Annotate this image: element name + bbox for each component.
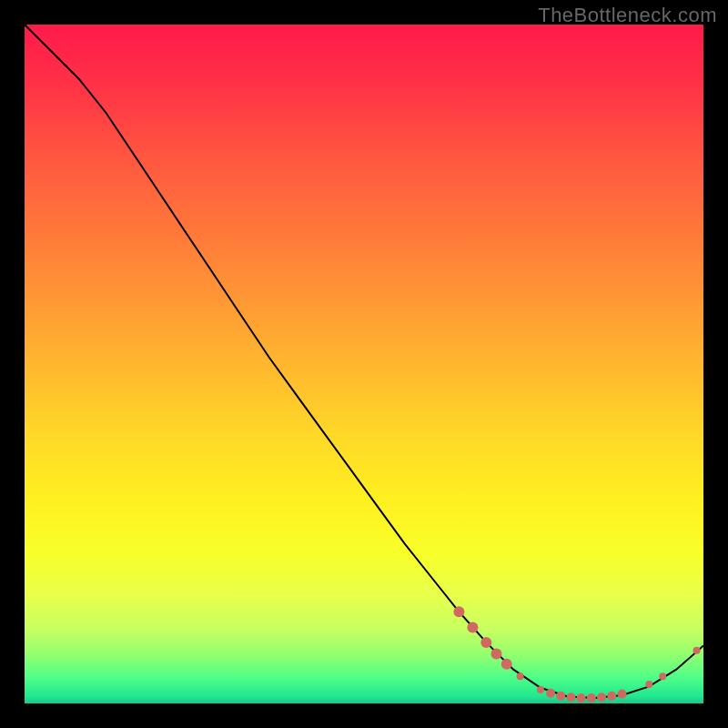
marker-dot <box>480 637 491 648</box>
marker-dot <box>567 693 576 702</box>
chart-svg <box>25 25 703 703</box>
marker-dot <box>645 681 652 688</box>
marker-dot <box>587 693 596 703</box>
marker-dot <box>537 686 544 693</box>
plot-area <box>25 25 703 703</box>
marker-dot <box>501 659 512 670</box>
marker-dot <box>659 672 666 680</box>
curve-line <box>25 25 703 698</box>
marker-dot <box>491 649 502 660</box>
marker-dot <box>597 693 606 702</box>
marker-dot <box>517 672 524 680</box>
marker-dot <box>546 689 555 698</box>
marker-dot <box>556 692 565 701</box>
chart-frame: TheBottleneck.com <box>0 0 728 728</box>
marker-dot <box>453 606 464 617</box>
marker-dot <box>577 693 586 703</box>
marker-dot <box>693 647 701 654</box>
marker-dot <box>607 692 616 701</box>
marker-dot <box>467 622 478 632</box>
marker-dot <box>618 690 627 699</box>
markers-group <box>453 606 700 703</box>
